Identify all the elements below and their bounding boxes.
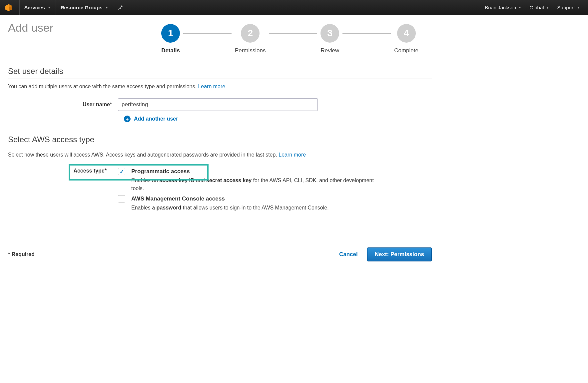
chevron-down-icon: ▼ — [105, 6, 109, 9]
wizard-step-permissions[interactable]: 2 Permissions — [232, 24, 269, 54]
required-note: * Required — [8, 251, 35, 257]
chevron-down-icon: ▼ — [546, 6, 549, 9]
chevron-down-icon: ▼ — [518, 6, 521, 9]
section-desc-text: Select how these users will access AWS. … — [8, 152, 277, 158]
step-number: 1 — [161, 24, 180, 43]
footer: * Required Cancel Next: Permissions — [8, 247, 432, 261]
page-title: Add user — [8, 21, 148, 34]
learn-more-link[interactable]: Learn more — [279, 152, 306, 158]
main-content: Add user 1 Details 2 Permissions 3 Revie… — [0, 15, 440, 267]
step-label: Permissions — [235, 47, 266, 54]
step-label: Details — [161, 47, 180, 54]
console-access-title: AWS Management Console access — [131, 195, 225, 202]
nav-resource-groups-label: Resource Groups — [61, 5, 103, 10]
top-nav: Services ▼ Resource Groups ▼ Brian Jacks… — [0, 0, 588, 15]
nav-support-label: Support — [557, 5, 575, 10]
cancel-button[interactable]: Cancel — [333, 248, 364, 261]
section-access-type-title: Select AWS access type — [8, 135, 432, 147]
username-label: User name* — [8, 102, 118, 108]
nav-services-label: Services — [24, 5, 45, 10]
step-number: 3 — [320, 24, 339, 43]
console-access-desc: Enables a password that allows users to … — [131, 204, 384, 212]
aws-logo-icon[interactable] — [4, 3, 13, 12]
access-option-programmatic: Programmatic access Enables an access ke… — [118, 168, 432, 192]
nav-region-label: Global — [529, 5, 544, 10]
section-user-details-title: Set user details — [8, 67, 432, 79]
section-access-type-desc: Select how these users will access AWS. … — [8, 152, 432, 158]
nav-region[interactable]: Global ▼ — [525, 0, 553, 15]
username-input[interactable] — [118, 98, 318, 111]
username-row: User name* — [8, 98, 432, 111]
programmatic-access-checkbox[interactable] — [118, 168, 125, 175]
add-another-user-button[interactable]: + Add another user — [124, 116, 432, 122]
wizard-connector — [171, 33, 408, 34]
nav-resource-groups[interactable]: Resource Groups ▼ — [56, 0, 113, 15]
chevron-down-icon: ▼ — [577, 6, 580, 9]
wizard-step-details[interactable]: 1 Details — [158, 24, 183, 54]
plus-circle-icon: + — [124, 116, 131, 122]
add-another-label: Add another user — [134, 116, 178, 122]
pin-icon[interactable] — [113, 4, 128, 11]
programmatic-access-desc: Enables an access key ID and secret acce… — [131, 177, 384, 192]
step-label: Complete — [394, 47, 418, 54]
step-number: 2 — [241, 24, 260, 43]
nav-support[interactable]: Support ▼ — [553, 0, 584, 15]
access-type-label: Access type* — [73, 168, 113, 174]
programmatic-access-title: Programmatic access — [131, 168, 190, 175]
footer-separator — [8, 238, 432, 238]
wizard-step-complete[interactable]: 4 Complete — [391, 24, 422, 54]
nav-account-label: Brian Jackson — [485, 5, 516, 10]
learn-more-link[interactable]: Learn more — [198, 84, 225, 89]
step-label: Review — [320, 47, 339, 54]
section-desc-text: You can add multiple users at once with … — [8, 84, 197, 89]
chevron-down-icon: ▼ — [48, 6, 51, 9]
step-number: 4 — [397, 24, 416, 43]
wizard-steps: 1 Details 2 Permissions 3 Review 4 Compl… — [148, 21, 432, 54]
access-option-console: AWS Management Console access Enables a … — [118, 195, 432, 212]
section-user-details-desc: You can add multiple users at once with … — [8, 84, 432, 90]
nav-services[interactable]: Services ▼ — [19, 0, 56, 15]
nav-account[interactable]: Brian Jackson ▼ — [481, 0, 525, 15]
console-access-checkbox[interactable] — [118, 195, 125, 202]
wizard-step-review[interactable]: 3 Review — [317, 24, 342, 54]
next-permissions-button[interactable]: Next: Permissions — [367, 247, 432, 261]
